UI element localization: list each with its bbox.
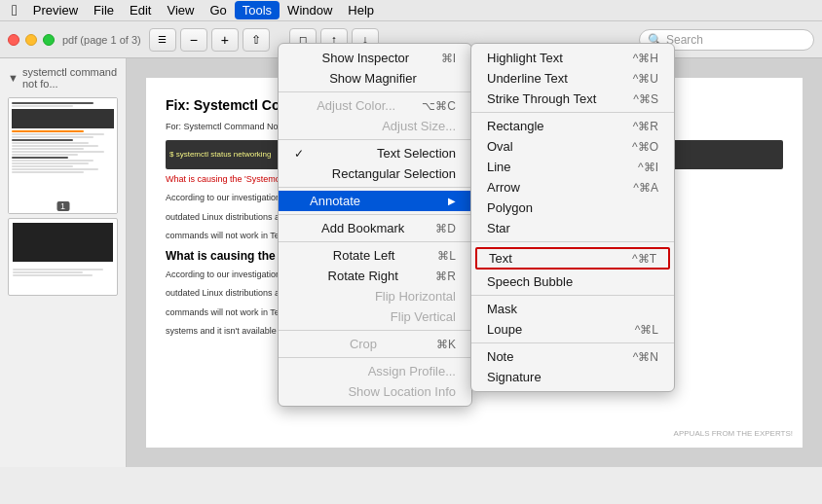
page-body-1: For: Systemctl Command Not Found bbox=[166, 121, 783, 134]
sidebar-header: ▼ systemctl command not fo... bbox=[0, 62, 126, 93]
search-icon: 🔍 bbox=[648, 33, 662, 47]
menu-tools[interactable]: Tools bbox=[235, 1, 280, 19]
menu-edit[interactable]: Edit bbox=[122, 1, 159, 19]
menu-window[interactable]: Window bbox=[280, 1, 340, 19]
menu-file[interactable]: File bbox=[86, 1, 122, 19]
page-body-4: outdated Linux distributions are using S… bbox=[166, 211, 783, 225]
menu-help[interactable]: Help bbox=[340, 1, 382, 19]
page-body-7: outdated Linux distributions are using S… bbox=[166, 287, 783, 301]
minimize-button[interactable] bbox=[25, 34, 37, 46]
sidebar-chevron-icon: ▼ bbox=[8, 72, 19, 84]
apple-menu[interactable]:  bbox=[4, 2, 25, 19]
nav-controls: ◻ ↑ ↓ bbox=[289, 28, 379, 52]
menu-bar:  Preview File Edit View Go Tools Window… bbox=[0, 0, 822, 21]
traffic-lights bbox=[8, 34, 55, 46]
zoom-out-button[interactable]: − bbox=[180, 28, 207, 52]
thumbnail-page2[interactable] bbox=[8, 218, 118, 296]
page-body-9: systems and it isn't available for the o… bbox=[166, 325, 783, 339]
menu-go[interactable]: Go bbox=[202, 1, 234, 19]
search-box[interactable]: 🔍 Search bbox=[639, 29, 814, 51]
page-body-2: What is causing the 'Systemctl command n… bbox=[166, 173, 783, 187]
page-body-8: commands will not work in Terminal. Syst… bbox=[166, 306, 783, 320]
toolbar-controls: ☰ − + ⇧ bbox=[149, 28, 270, 52]
title-bar: pdf (page 1 of 3) ☰ − + ⇧ ◻ ↑ ↓ 🔍 Search bbox=[0, 21, 822, 58]
close-button[interactable] bbox=[8, 34, 19, 46]
maximize-button[interactable] bbox=[43, 34, 55, 46]
next-page-button[interactable]: ↓ bbox=[352, 28, 379, 52]
watermark: APPUALS FROM THE EXPERTS! bbox=[674, 429, 793, 438]
sidebar-title: systemctl command not fo... bbox=[22, 66, 118, 90]
share-button[interactable]: ⇧ bbox=[243, 28, 270, 52]
page-body-5: commands will not work in Terminal. Syst… bbox=[166, 230, 783, 243]
scroll-mode-button[interactable]: ◻ bbox=[289, 28, 317, 52]
menu-view[interactable]: View bbox=[159, 1, 202, 19]
menu-preview[interactable]: Preview bbox=[25, 1, 86, 19]
page-document: Fix: Systemctl Command Not Found For: Sy… bbox=[146, 78, 803, 448]
search-placeholder: Search bbox=[666, 33, 703, 47]
page-subtitle: What is causing the 'Syster... error? bbox=[166, 249, 783, 263]
page-title: Fix: Systemctl Command Not Found bbox=[166, 97, 783, 113]
sidebar: ▼ systemctl command not fo... bbox=[0, 58, 127, 467]
page-body-3: According to our investigations, the mai… bbox=[166, 192, 783, 205]
thumbnail2-content bbox=[13, 223, 113, 262]
thumbnail-content bbox=[9, 98, 117, 213]
main-layout: ▼ systemctl command not fo... bbox=[0, 58, 822, 467]
sidebar-toggle[interactable]: ☰ bbox=[149, 28, 176, 52]
prev-page-button[interactable]: ↑ bbox=[320, 28, 348, 52]
doc-title: pdf (page 1 of 3) bbox=[62, 34, 141, 46]
zoom-in-button[interactable]: + bbox=[211, 28, 239, 52]
thumbnail-page1[interactable]: 1 bbox=[8, 97, 118, 214]
page-body-6: According to our investigations, the mai… bbox=[166, 269, 783, 282]
content-area: Fix: Systemctl Command Not Found For: Sy… bbox=[127, 58, 822, 467]
code-block: $ systemctl status networking bbox=[166, 140, 783, 169]
page-number-badge: 1 bbox=[56, 201, 69, 211]
